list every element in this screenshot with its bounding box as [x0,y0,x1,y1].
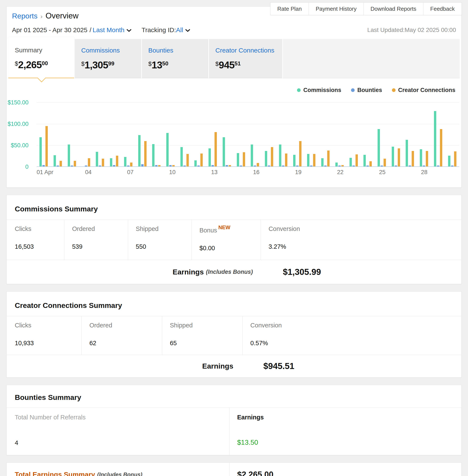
commissions-bar [420,149,422,166]
x-axis-label: 07 [123,169,137,176]
referrals-label: Total Number of Referrals [15,414,229,421]
reports-overview-page: Rate PlanPayment HistoryDownload Reports… [0,0,468,476]
x-axis-label [53,169,67,176]
bar-group-day-7 [121,103,135,166]
creator-connections-bar [172,165,175,166]
bar-group-day-29 [431,103,445,166]
referrals-value: 4 [15,439,229,446]
chevron-down-icon[interactable] [185,26,190,34]
metric-value: 10,933 [15,340,81,347]
bar-group-day-11 [177,103,191,166]
bounties-bar [423,166,425,166]
x-axis-label [221,169,235,176]
tabs-filler [283,39,460,78]
bounties-bar [395,166,397,166]
tab-amount: $1,30599 [81,59,141,71]
bounties-bar [183,166,186,166]
commissions-metrics: Clicks16,503Ordered539Shipped550BonusNEW… [7,220,461,260]
bounties-bar [197,166,200,166]
x-axis-label [137,169,151,176]
creator-connections-bar [200,154,203,166]
metric-label: Clicks [15,322,81,329]
commissions-bar [350,158,352,166]
chart-legend: CommissionsBountiesCreator Connections [7,87,455,93]
y-axis-label: 0 [25,164,37,170]
creator-connections-bar [186,154,189,166]
commissions-bar [251,144,253,166]
x-axis-label [67,169,81,176]
earnings-label: Earnings [202,362,233,370]
total-earnings-note: (Includes Bonus) [97,471,143,476]
x-axis-label: 19 [291,169,305,176]
metric-label: Ordered [89,322,162,329]
period-dropdown[interactable]: Last Month [93,26,124,34]
breadcrumb-reports-link[interactable]: Reports [12,12,38,20]
earnings-chart: CommissionsBountiesCreator Connections $… [7,87,461,176]
rate-plan-button[interactable]: Rate Plan [270,2,308,15]
chart-plot-wrap: $150.00$100.00$50.000 [37,103,459,167]
bounties-bar [113,165,115,166]
commissions-bar [166,133,169,166]
metric-value: 62 [89,340,162,347]
x-axis-label [193,169,207,176]
bounties-bar [254,166,256,166]
bounties-bar [282,166,284,166]
creator-connections-bar [299,141,302,166]
bar-group-day-27 [403,103,417,166]
commissions-bar [434,111,436,166]
x-axis-label: 13 [207,169,221,176]
metric-clicks: Clicks16,503 [7,220,64,260]
commissions-bar [152,144,155,166]
commissions-bar [335,163,338,166]
x-axis-label: 10 [165,169,179,176]
creator-connections-bar [313,154,315,166]
commissions-bar [378,129,380,166]
bounties-bar [141,164,144,166]
tab-creator-connections[interactable]: Creator Connections$94551 [209,39,282,78]
commissions-bar [194,160,197,166]
creator-connections-bar [454,151,456,166]
commissions-bar [448,156,451,166]
creator-connections-bar [426,151,428,166]
metric-shipped: Shipped550 [128,220,192,260]
x-axis-label: 22 [333,169,347,176]
bar-group-day-18 [276,103,290,166]
metric-value: 3.27% [268,243,461,250]
payment-history-button[interactable]: Payment History [308,2,364,15]
creator-connections-bar [369,161,372,166]
legend-item-commissions[interactable]: Commissions [297,87,341,93]
download-reports-button[interactable]: Download Reports [364,2,423,15]
metric-clicks: Clicks10,933 [7,316,82,355]
total-earnings-label: Total Earnings Summary [15,471,95,476]
tab-amount: $94551 [215,59,282,71]
creator-connections-bar [285,154,287,166]
bounties-bar [240,166,242,166]
metric-value: 16,503 [15,243,64,250]
chevron-down-icon[interactable] [126,26,132,34]
x-axis-label [109,169,123,176]
tab-commissions[interactable]: Commissions$1,30599 [75,39,141,78]
metric-value: 65 [170,340,243,347]
x-axis-label [431,169,445,176]
metric-ordered: Ordered539 [64,220,128,260]
bounties-summary-title: Bounties Summary [15,393,461,402]
tracking-id-dropdown[interactable]: All [176,26,183,34]
tab-bounties[interactable]: Bounties$1350 [142,39,208,78]
creator-connections-bar [384,159,386,166]
bounties-bar [85,166,87,166]
feedback-button[interactable]: Feedback [423,2,462,15]
legend-item-bounties[interactable]: Bounties [351,87,382,93]
commissions-bar [293,155,295,166]
metric-label: Shipped [136,225,191,232]
bounties-bar [99,166,101,166]
last-updated-label: Last Updated:May 02 2025 00:00 [367,27,456,33]
bounties-bar [211,165,214,166]
metric-label: Ordered [72,225,128,232]
tab-summary[interactable]: Summary$2,26500 [8,37,74,78]
bounties-bar [43,165,45,166]
legend-item-creator-connections[interactable]: Creator Connections [392,87,455,93]
commissions-bar [265,151,267,166]
x-axis-label [95,169,109,176]
breadcrumb-separator-icon: › [41,13,43,20]
commissions-earnings-row: Earnings (Includes Bonus) $1,305.99 [7,260,461,284]
